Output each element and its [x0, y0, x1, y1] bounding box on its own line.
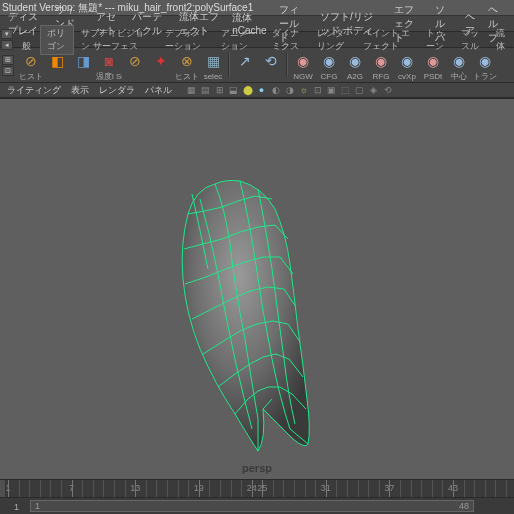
- tool-icon: ◨: [72, 50, 94, 72]
- tool-icon: ↗: [234, 50, 256, 72]
- tick: [485, 480, 486, 497]
- tool-icon: ⊘: [124, 50, 146, 72]
- shelf-cvXp[interactable]: ◉cvXp: [394, 49, 420, 81]
- shelf-btn[interactable]: ✦: [148, 49, 174, 81]
- tick: [8, 480, 9, 497]
- panel-パネル[interactable]: パネル: [140, 84, 177, 97]
- tick: [421, 480, 422, 497]
- panel-icon-9[interactable]: ⊡: [311, 84, 324, 97]
- shelf-CFG[interactable]: ◉CFG: [316, 49, 342, 81]
- panel-icon-10[interactable]: ▣: [325, 84, 338, 97]
- panel-menu-bar: ライティング表示レンダラパネル▦▤⊞⬓⬤●◐◑☼⊡▣⬚▢◈⟲: [0, 83, 514, 98]
- panel-icon-4[interactable]: ⬤: [241, 84, 254, 97]
- tick: [506, 480, 507, 497]
- tick: [474, 480, 475, 497]
- shelf-opt-b-icon[interactable]: ⊡: [2, 66, 14, 76]
- tick: [114, 480, 115, 497]
- shelf-btn[interactable]: ◧: [44, 49, 70, 81]
- A2G-icon: ◉: [344, 50, 366, 72]
- tool-icon: ✦: [150, 50, 172, 72]
- shelf-ヒスト[interactable]: ⊗ヒスト: [174, 49, 200, 81]
- tick: [273, 480, 274, 497]
- range-start: 1: [10, 502, 23, 512]
- shelf-A2G[interactable]: ◉A2G: [342, 49, 368, 81]
- shelf-label: PSDt: [420, 72, 446, 81]
- tick: [379, 480, 380, 497]
- shelf-label: NGW: [290, 72, 316, 81]
- shelf-selec[interactable]: ▦selec: [200, 49, 226, 81]
- panel-icon-11[interactable]: ⬚: [339, 84, 352, 97]
- tick: [326, 480, 327, 497]
- shelf-label: トラン: [472, 72, 498, 81]
- tick: [220, 480, 221, 497]
- cvXp-icon: ◉: [396, 50, 418, 72]
- shelf-ヒスト[interactable]: ⊘ヒスト: [18, 49, 44, 81]
- shelf-label: selec: [200, 72, 226, 81]
- 中心-icon: ◉: [448, 50, 470, 72]
- tick: [305, 480, 306, 497]
- shelf-中心[interactable]: ◉中心: [446, 49, 472, 81]
- range-end-val: 48: [459, 501, 469, 511]
- range-box[interactable]: 1 48: [30, 500, 474, 512]
- shelf-トラン[interactable]: ◉トラン: [472, 49, 498, 81]
- panel-icon-6[interactable]: ◐: [269, 84, 282, 97]
- shelf-label: ヒスト: [174, 72, 200, 81]
- shelf-PSDt[interactable]: ◉PSDt: [420, 49, 446, 81]
- tick: [368, 480, 369, 497]
- shelf-tabs: ▾ ◂ 一般ポリゴンサブディビジョン サーフェスデフォメーションアニメーションダ…: [0, 32, 514, 48]
- tick: [135, 480, 136, 497]
- tick: [188, 480, 189, 497]
- panel-icon-13[interactable]: ◈: [367, 84, 380, 97]
- panel-icon-12[interactable]: ▢: [353, 84, 366, 97]
- tick: [146, 480, 147, 497]
- tick: [125, 480, 126, 497]
- tick: [294, 480, 295, 497]
- shelf-opt-a-icon[interactable]: ⊞: [2, 55, 14, 65]
- tick: [432, 480, 433, 497]
- tick: [231, 480, 232, 497]
- viewport[interactable]: persp: [0, 98, 514, 481]
- shelf-RFG[interactable]: ◉RFG: [368, 49, 394, 81]
- panel-icon-3[interactable]: ⬓: [227, 84, 240, 97]
- shelf-NGW[interactable]: ◉NGW: [290, 49, 316, 81]
- shelf-温度l Set[interactable]: ◙温度l Set: [96, 49, 122, 81]
- tick: [442, 480, 443, 497]
- panel-icon-5[interactable]: ●: [255, 84, 268, 97]
- 温度l Set-icon: ◙: [98, 50, 120, 72]
- shelf-btn[interactable]: ◨: [70, 49, 96, 81]
- panel-icon-7[interactable]: ◑: [283, 84, 296, 97]
- shelf-btn[interactable]: ⊘: [122, 49, 148, 81]
- range-slider[interactable]: 1 1 48: [0, 498, 514, 514]
- NGW-icon: ◉: [292, 50, 314, 72]
- shelf-buttons: ⊞ ⊡ ⊘ヒスト◧◨◙温度l Set⊘✦⊗ヒスト▦selec↗⟲◉NGW◉CFG…: [0, 48, 514, 83]
- panel-icon-1[interactable]: ▤: [199, 84, 212, 97]
- time-slider[interactable]: 1713192425313743: [0, 480, 514, 498]
- shelf-label: RFG: [368, 72, 394, 81]
- panel-icon-0[interactable]: ▦: [185, 84, 198, 97]
- panel-ライティング[interactable]: ライティング: [2, 84, 66, 97]
- tick: [61, 480, 62, 497]
- tick: [82, 480, 83, 497]
- shelf-label: A2G: [342, 72, 368, 81]
- panel-レンダラ[interactable]: レンダラ: [94, 84, 140, 97]
- time-ticks: 1713192425313743: [8, 480, 506, 497]
- ヒスト-icon: ⊘: [20, 50, 42, 72]
- tick: [241, 480, 242, 497]
- tick: [156, 480, 157, 497]
- tick: [40, 480, 41, 497]
- tick: [400, 480, 401, 497]
- panel-表示[interactable]: 表示: [66, 84, 94, 97]
- shelf-toggle: ⊞ ⊡: [2, 49, 16, 81]
- panel-icons: ▦▤⊞⬓⬤●◐◑☼⊡▣⬚▢◈⟲: [185, 84, 394, 97]
- tick: [19, 480, 20, 497]
- mesh-render: [0, 99, 514, 482]
- panel-icon-14[interactable]: ⟲: [381, 84, 394, 97]
- shelf-menu-icon[interactable]: ▾: [1, 29, 13, 39]
- timeline: 1713192425313743 1 1 48: [0, 479, 514, 514]
- panel-icon-8[interactable]: ☼: [297, 84, 310, 97]
- shelf-btn[interactable]: ⟲: [258, 49, 284, 81]
- shelf-btn[interactable]: ↗: [232, 49, 258, 81]
- shelf-label: CFG: [316, 72, 342, 81]
- RFG-icon: ◉: [370, 50, 392, 72]
- panel-icon-2[interactable]: ⊞: [213, 84, 226, 97]
